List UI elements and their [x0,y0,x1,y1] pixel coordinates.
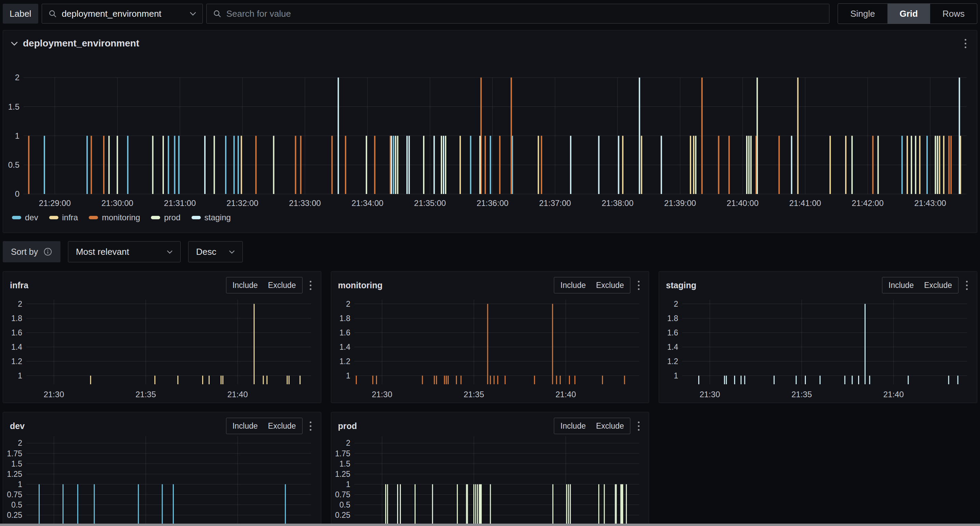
include-exclude-group: Include Exclude [226,418,302,434]
value-panel-dev: dev Include Exclude 0.250.50.7511.251.51… [3,412,321,526]
chevron-down-icon [167,250,173,254]
prod-chart-canvas[interactable]: 0.250.50.7511.251.51.75221:3021:3521:40 [331,435,645,526]
svg-text:21:40: 21:40 [555,390,576,399]
value-panel-title: staging [666,281,696,290]
svg-text:0.5: 0.5 [11,500,22,509]
svg-text:21:30: 21:30 [700,390,720,399]
value-panels-grid: infra Include Exclude 11.21.41.61.8221:3… [3,271,977,526]
main-chart-canvas[interactable]: 00.511.5221:29:0021:30:0021:31:0021:32:0… [3,52,972,211]
panel-menu-button[interactable] [634,278,643,292]
exclude-button[interactable]: Exclude [268,281,296,290]
main-chart-panel: deployment_environment 00.511.5221:29:00… [3,30,977,233]
exclude-button[interactable]: Exclude [596,421,624,431]
chevron-down-icon [189,12,196,16]
exclude-button[interactable]: Exclude [268,421,296,431]
view-mode-rows[interactable]: Rows [930,4,977,24]
label-select-value: deployment_environment [62,8,185,19]
svg-text:2: 2 [18,438,22,448]
sort-direction-select[interactable]: Desc [188,241,243,262]
main-panel-menu-button[interactable] [961,37,970,50]
view-mode-grid[interactable]: Grid [888,4,930,24]
top-toolbar: Label deployment_environment Single Grid… [0,0,980,27]
svg-text:0.5: 0.5 [8,160,19,169]
value-panel-title: infra [10,281,28,290]
panel-menu-button[interactable] [634,419,643,433]
svg-text:1.2: 1.2 [11,357,22,366]
svg-text:21:43:00: 21:43:00 [914,198,946,208]
svg-text:21:35:00: 21:35:00 [414,198,446,208]
svg-text:1: 1 [18,371,22,380]
svg-text:1.2: 1.2 [339,357,350,366]
svg-text:21:31:00: 21:31:00 [164,198,196,208]
legend-item-staging[interactable]: staging [192,213,231,222]
dev-chart-canvas[interactable]: 0.250.50.7511.251.51.75221:3021:3521:40 [3,435,317,526]
sort-bar: Sort by Most relevant Desc [3,241,977,262]
panel-menu-button[interactable] [306,419,315,433]
value-panel-title: monitoring [338,281,383,290]
empty-grid-cell [659,412,977,526]
include-button[interactable]: Include [560,421,585,431]
svg-text:21:30: 21:30 [372,390,392,399]
value-search [206,4,830,24]
svg-text:21:39:00: 21:39:00 [664,198,696,208]
svg-text:0.75: 0.75 [335,490,350,499]
view-mode-single[interactable]: Single [838,4,887,24]
value-panel-monitoring: monitoring Include Exclude 11.21.41.61.8… [331,271,649,403]
svg-text:1.25: 1.25 [7,470,22,478]
staging-chart-canvas[interactable]: 11.21.41.61.8221:3021:3521:40 [659,295,973,403]
svg-text:21:36:00: 21:36:00 [477,198,508,208]
svg-text:0.25: 0.25 [7,511,22,520]
sort-select[interactable]: Most relevant [68,241,181,262]
search-icon [48,9,57,18]
svg-text:21:30:00: 21:30:00 [102,198,133,208]
legend-item-infra[interactable]: infra [49,213,78,222]
value-panel-prod: prod Include Exclude 0.250.50.7511.251.5… [331,412,649,526]
monitoring-chart-canvas[interactable]: 11.21.41.61.8221:3021:3521:40 [331,295,645,403]
svg-text:0.75: 0.75 [7,490,22,499]
exclude-button[interactable]: Exclude [596,281,624,290]
legend-item-dev[interactable]: dev [12,213,38,222]
value-panel-infra: infra Include Exclude 11.21.41.61.8221:3… [3,271,321,403]
svg-text:1.8: 1.8 [11,314,22,323]
exclude-button[interactable]: Exclude [924,281,952,290]
main-panel-header: deployment_environment [3,30,977,50]
legend-swatch [12,216,21,219]
legend-label: staging [205,213,231,222]
include-button[interactable]: Include [888,281,914,290]
svg-text:1.8: 1.8 [667,314,678,323]
label-prefix: Label [3,4,38,24]
value-panel-title: prod [338,421,357,431]
svg-text:21:30: 21:30 [44,390,64,399]
svg-text:2: 2 [674,300,678,308]
infra-chart-canvas[interactable]: 11.21.41.61.8221:3021:3521:40 [3,295,317,403]
svg-text:1.6: 1.6 [667,328,678,337]
include-button[interactable]: Include [560,281,585,290]
legend-label: prod [164,213,180,222]
value-search-input[interactable] [226,8,823,19]
legend-swatch [89,216,98,219]
value-panel-staging: staging Include Exclude 11.21.41.61.8221… [659,271,977,403]
legend-item-prod[interactable]: prod [151,213,180,222]
svg-text:21:35: 21:35 [463,390,484,399]
svg-text:21:29:00: 21:29:00 [39,198,71,208]
panel-menu-button[interactable] [306,278,315,292]
collapse-chevron-icon[interactable] [11,41,18,46]
svg-text:1.75: 1.75 [7,449,22,458]
horizontal-scrollbar[interactable] [0,524,980,526]
svg-text:2: 2 [18,300,22,308]
include-button[interactable]: Include [232,281,258,290]
panel-menu-button[interactable] [962,278,972,292]
svg-text:2: 2 [346,300,350,308]
include-exclude-group: Include Exclude [554,277,630,293]
svg-text:0: 0 [15,189,19,198]
include-button[interactable]: Include [232,421,258,431]
label-select[interactable]: deployment_environment [42,4,203,24]
info-icon[interactable] [43,247,52,256]
svg-text:21:32:00: 21:32:00 [226,198,258,208]
svg-text:1: 1 [18,480,22,489]
svg-text:1.25: 1.25 [335,470,350,478]
svg-text:21:37:00: 21:37:00 [539,198,571,208]
svg-text:21:42:00: 21:42:00 [852,198,883,208]
legend-item-monitoring[interactable]: monitoring [89,213,140,222]
svg-text:1.5: 1.5 [11,459,22,468]
